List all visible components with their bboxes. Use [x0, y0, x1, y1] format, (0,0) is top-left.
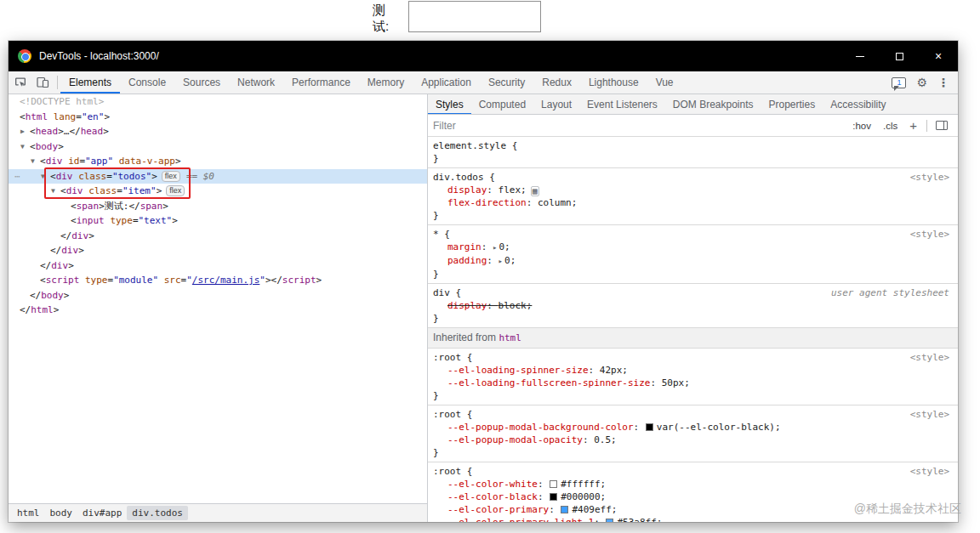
main-tab-network[interactable]: Network [229, 71, 283, 94]
inspect-element-button[interactable] [9, 71, 31, 94]
css-property-name[interactable]: --el-color-primary [447, 504, 549, 515]
css-property-value[interactable]: var(--el-color-black) [657, 422, 775, 433]
css-property-name[interactable]: margin [447, 241, 481, 252]
main-tab-application[interactable]: Application [413, 71, 480, 94]
css-property-value[interactable]: 0 [499, 241, 504, 252]
style-rule[interactable]: <style>:root {--el-popup-modal-backgroun… [428, 405, 958, 462]
style-rule[interactable]: <style>:root {--el-loading-spinner-size:… [428, 349, 958, 405]
kebab-menu-icon[interactable]: ⋮ [937, 77, 949, 88]
css-property[interactable]: --el-popup-modal-background-color: var(-… [433, 421, 953, 434]
breadcrumb-item-html[interactable]: html [12, 506, 45, 520]
expanded-arrow-icon[interactable]: ▼ [51, 184, 55, 199]
tree-line[interactable]: ▼<body> [9, 139, 427, 155]
inherited-node-link[interactable]: html [499, 332, 521, 343]
expanded-arrow-icon[interactable]: ▼ [41, 169, 45, 184]
css-property-name[interactable]: padding [447, 255, 487, 266]
rule-selector[interactable]: * [433, 229, 439, 240]
sidebar-tab-event-listeners[interactable]: Event Listeners [579, 94, 665, 115]
css-property-name[interactable]: --el-loading-spinner-size [447, 365, 589, 376]
css-property[interactable]: --el-color-primary-light-1: #53a8ff; [433, 516, 953, 522]
css-property-value[interactable]: #000000 [561, 491, 600, 502]
css-property-name[interactable]: flex-direction [447, 197, 527, 208]
expanded-arrow-icon[interactable]: ▼ [31, 154, 35, 169]
settings-gear-icon[interactable]: ⚙ [916, 77, 927, 88]
element-classes-toggle[interactable]: .cls [883, 121, 897, 131]
css-property-value[interactable]: column [538, 197, 572, 208]
style-rule[interactable]: <style>* {margin: ▸0;padding: ▸0;} [428, 225, 958, 284]
tree-line[interactable]: </div> [9, 229, 427, 244]
tree-line[interactable]: </html> [9, 303, 427, 318]
tree-line[interactable]: ⋯▼<div class="todos">flex== $0 [9, 169, 427, 184]
tree-line[interactable]: </div> [9, 258, 427, 274]
css-property[interactable]: padding: ▸0; [433, 254, 953, 268]
css-property-name[interactable]: --el-popup-modal-opacity [447, 434, 583, 445]
css-property-name[interactable]: --el-popup-modal-background-color [447, 422, 634, 433]
rule-selector[interactable]: element.style [433, 140, 506, 151]
color-swatch[interactable] [646, 423, 653, 431]
shorthand-expand-icon[interactable]: ▸ [493, 243, 497, 252]
color-swatch[interactable] [561, 506, 568, 513]
breadcrumb-item-div-todos[interactable]: div.todos [127, 506, 188, 520]
rule-source-link[interactable]: user agent stylesheet [831, 286, 949, 299]
shorthand-expand-icon[interactable]: ▸ [499, 257, 503, 265]
collapsed-arrow-icon[interactable]: ▶ [20, 124, 25, 139]
tree-line[interactable]: <!DOCTYPE html> [9, 94, 427, 110]
rule-source-link[interactable]: <style> [910, 228, 949, 241]
main-tab-memory[interactable]: Memory [359, 71, 413, 94]
sidebar-tab-styles[interactable]: Styles [428, 94, 471, 115]
rule-source-link[interactable]: <style> [910, 171, 949, 184]
sidebar-tab-accessibility[interactable]: Accessibility [823, 94, 893, 115]
tree-line[interactable]: </body> [9, 288, 427, 303]
css-property-value[interactable]: 42px [600, 365, 623, 376]
css-property[interactable]: --el-popup-modal-opacity: 0.5; [433, 434, 953, 446]
main-tab-elements[interactable]: Elements [60, 71, 120, 94]
tree-line[interactable]: <input type="text"> [9, 213, 427, 229]
rule-source-link[interactable]: <style> [910, 351, 949, 364]
rule-selector[interactable]: :root [433, 409, 461, 420]
computed-sidebar-toggle-icon[interactable] [936, 121, 948, 130]
flex-editor-icon[interactable]: ▦ [531, 186, 539, 196]
rule-source-link[interactable]: <style> [910, 465, 949, 478]
rule-selector[interactable]: div [433, 287, 450, 298]
rule-source-link[interactable]: <style> [910, 408, 949, 421]
tree-line[interactable]: </div> [9, 243, 427, 258]
main-tab-console[interactable]: Console [120, 71, 174, 94]
page-text-input[interactable] [408, 1, 541, 32]
maximize-button[interactable] [880, 41, 919, 71]
sidebar-tab-layout[interactable]: Layout [533, 94, 579, 115]
css-property-value[interactable]: block [499, 300, 527, 311]
main-tab-lighthouse[interactable]: Lighthouse [580, 71, 647, 94]
css-property[interactable]: margin: ▸0; [433, 241, 953, 254]
css-property[interactable]: display: flex;▦ [433, 184, 953, 196]
device-toolbar-button[interactable] [31, 71, 54, 94]
css-property[interactable]: --el-color-white: #ffffff; [433, 478, 953, 490]
tree-line[interactable]: ▶<head>…</head> [9, 124, 427, 139]
console-messages-badge[interactable]: 1 [892, 77, 906, 88]
css-property-name[interactable]: display [447, 300, 487, 311]
tree-line[interactable]: <span>测试:</span> [9, 199, 427, 214]
main-tab-vue[interactable]: Vue [647, 71, 682, 94]
minimize-button[interactable] [840, 41, 880, 71]
css-property-name[interactable]: --el-color-black [447, 491, 538, 502]
tree-line[interactable]: <script type="module" src="/src/main.js"… [9, 273, 427, 288]
css-property-value[interactable]: flex [499, 184, 521, 196]
css-property[interactable]: flex-direction: column; [433, 196, 953, 209]
css-property[interactable]: display: block; [433, 299, 953, 312]
main-tab-redux[interactable]: Redux [533, 71, 580, 94]
tree-line[interactable]: ▼<div id="app" data-v-app> [9, 154, 427, 169]
close-button[interactable]: × [919, 41, 958, 71]
css-property-name[interactable]: --el-color-primary-light-1 [447, 517, 594, 522]
css-property-value[interactable]: #409eff [572, 504, 611, 515]
style-rule[interactable]: element.style {} [428, 137, 958, 168]
color-swatch[interactable] [550, 493, 557, 501]
sidebar-tab-properties[interactable]: Properties [761, 94, 823, 115]
styles-filter-input[interactable] [433, 120, 846, 132]
tree-line[interactable]: ▼<div class="item">flex [9, 184, 427, 199]
css-property-name[interactable]: --el-color-white [447, 479, 538, 490]
expanded-arrow-icon[interactable]: ▼ [20, 139, 25, 155]
main-tab-sources[interactable]: Sources [174, 71, 229, 94]
color-swatch[interactable] [550, 480, 557, 488]
css-property-name[interactable]: display [447, 184, 487, 196]
sidebar-tab-computed[interactable]: Computed [471, 94, 533, 115]
css-property-name[interactable]: --el-loading-fullscreen-spinner-size [447, 377, 650, 388]
